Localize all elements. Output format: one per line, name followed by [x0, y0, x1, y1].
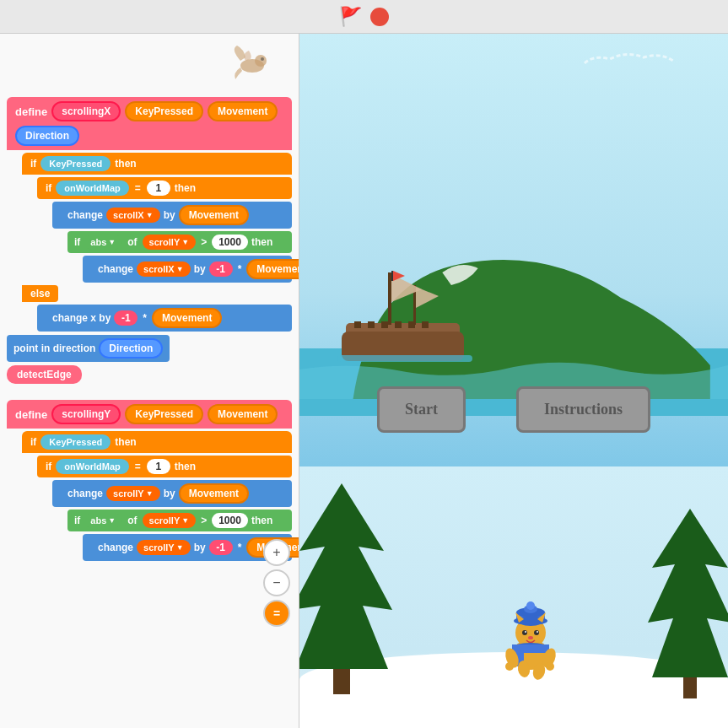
- stage-buttons: Start Instructions: [377, 386, 650, 433]
- stop-button[interactable]: [370, 8, 389, 26]
- if-label-3: if: [74, 236, 80, 248]
- scrolly-var-1[interactable]: scrollY: [143, 235, 197, 250]
- if-keypressed-block: if KeyPressed then if onWorldMap = 1 the…: [7, 153, 292, 332]
- movement-pill-3[interactable]: Movement: [246, 259, 299, 279]
- zoom-controls: + − =: [263, 539, 290, 627]
- define-block-2: define scrollingY KeyPressed Movement: [7, 400, 292, 429]
- if-label-4: if: [30, 436, 36, 448]
- if-onworldmap-block-2: if onWorldMap = 1 then change scrollY by…: [22, 456, 292, 561]
- dragon-icon: [229, 42, 275, 84]
- change-x-block: change x by -1 * Movement: [37, 305, 292, 332]
- neg1-2[interactable]: -1: [114, 310, 138, 326]
- detect-edge-block: detectEdge: [7, 365, 292, 384]
- ship-sprite: [329, 264, 477, 386]
- val-1[interactable]: 1: [147, 181, 170, 196]
- movement-pill-5[interactable]: Movement: [208, 404, 278, 424]
- svg-point-35: [528, 636, 533, 639]
- change-label-4: change: [98, 542, 133, 553]
- onworldmap-sensing[interactable]: onWorldMap: [56, 181, 128, 196]
- then-label-4: then: [115, 436, 136, 448]
- zoom-reset-button[interactable]: =: [263, 600, 290, 627]
- svg-point-33: [525, 631, 526, 633]
- instructions-button[interactable]: Instructions: [516, 386, 650, 433]
- scrollx-var-2[interactable]: scrollX: [137, 262, 191, 277]
- onworldmap-sensing-2[interactable]: onWorldMap: [56, 459, 128, 474]
- change-label-3: change: [67, 488, 103, 499]
- then-label-3: then: [251, 236, 272, 248]
- change-label-1: change: [67, 209, 103, 221]
- green-flag-button[interactable]: 🚩: [339, 6, 362, 28]
- svg-marker-21: [648, 509, 728, 677]
- svg-rect-22: [683, 677, 697, 698]
- val-1000-1[interactable]: 1000: [212, 235, 248, 250]
- svg-rect-7: [368, 321, 375, 328]
- svg-rect-16: [391, 271, 393, 281]
- svg-rect-9: [395, 321, 402, 328]
- neg1-3[interactable]: -1: [209, 540, 233, 555]
- stage-bottom: [299, 466, 728, 728]
- val-2[interactable]: 1: [147, 459, 170, 474]
- neg1-1[interactable]: -1: [209, 262, 233, 277]
- direction-pill-2[interactable]: Direction: [99, 338, 163, 359]
- svg-rect-6: [354, 321, 361, 328]
- movement-pill-4[interactable]: Movement: [152, 308, 222, 328]
- keypressed-condition[interactable]: KeyPressed: [40, 156, 111, 171]
- movement-pill-6[interactable]: Movement: [179, 483, 249, 504]
- of-text-2: of: [127, 515, 137, 526]
- scrolly-var-4[interactable]: scrollY: [137, 540, 191, 555]
- detect-edge-label[interactable]: detectEdge: [7, 365, 82, 384]
- point-direction-block: point in direction Direction: [7, 335, 292, 362]
- stage-panel: Start Instructions: [299, 34, 728, 728]
- of-text-1: of: [127, 236, 137, 248]
- svg-rect-8: [381, 321, 388, 328]
- movement-pill-1[interactable]: Movement: [208, 101, 278, 121]
- if-label-6: if: [74, 515, 80, 526]
- point-label: point in direction: [13, 342, 95, 354]
- svg-rect-11: [422, 321, 429, 328]
- svg-rect-12: [388, 272, 391, 325]
- left-tree: [299, 483, 392, 703]
- svg-rect-18: [337, 355, 472, 362]
- cat-sprite: [497, 597, 564, 682]
- top-controls: 🚩: [0, 0, 728, 34]
- eq-label-2: =: [135, 461, 141, 472]
- scrolly-var-2[interactable]: scrollY: [106, 486, 160, 501]
- stage-top: Start Instructions: [299, 34, 728, 466]
- svg-point-45: [505, 662, 514, 671]
- scrolly-var-3[interactable]: scrollY: [143, 513, 197, 528]
- then-label-2: then: [175, 182, 196, 194]
- define-label-1: define: [15, 105, 47, 118]
- svg-point-34: [537, 631, 538, 633]
- zoom-in-button[interactable]: +: [263, 539, 290, 566]
- svg-point-46: [546, 662, 554, 671]
- keypressed-condition-2[interactable]: KeyPressed: [40, 434, 111, 450]
- movement-pill-2[interactable]: Movement: [179, 205, 249, 225]
- scrollx-var-1[interactable]: scrollX: [106, 208, 160, 223]
- svg-point-2: [261, 57, 264, 61]
- scrollingy-pill[interactable]: scrollingY: [51, 404, 121, 424]
- svg-point-32: [534, 630, 539, 635]
- define-label-2: define: [15, 408, 47, 421]
- keypressed-pill-2[interactable]: KeyPressed: [125, 404, 203, 424]
- abs-op[interactable]: abs: [84, 235, 122, 250]
- start-button[interactable]: Start: [377, 386, 466, 433]
- if-onworldmap-block: if onWorldMap = 1 then change scrollX by…: [22, 177, 292, 283]
- if-keypressed-block-2: if KeyPressed then if onWorldMap = 1 the…: [7, 431, 292, 561]
- svg-point-1: [255, 55, 267, 67]
- if-abs-block: if abs of scrollY > 1000 then change scr…: [52, 231, 292, 283]
- svg-marker-19: [299, 483, 392, 669]
- direction-pill-1[interactable]: Direction: [15, 126, 79, 146]
- abs-op-2[interactable]: abs: [84, 513, 122, 528]
- zoom-out-button[interactable]: −: [263, 569, 290, 596]
- keypressed-pill-1[interactable]: KeyPressed: [125, 101, 203, 121]
- define-block-1: define scrollingX KeyPressed Movement Di…: [7, 97, 292, 150]
- if-label-5: if: [46, 461, 51, 472]
- svg-marker-15: [416, 287, 439, 308]
- val-1000-2[interactable]: 1000: [212, 513, 248, 528]
- if-label-2: if: [46, 182, 51, 194]
- else-section: else: [22, 285, 292, 302]
- scrollingX-pill[interactable]: scrollingX: [51, 101, 121, 121]
- svg-point-29: [526, 601, 535, 610]
- if-label-1: if: [30, 158, 36, 170]
- right-tree: [648, 509, 728, 703]
